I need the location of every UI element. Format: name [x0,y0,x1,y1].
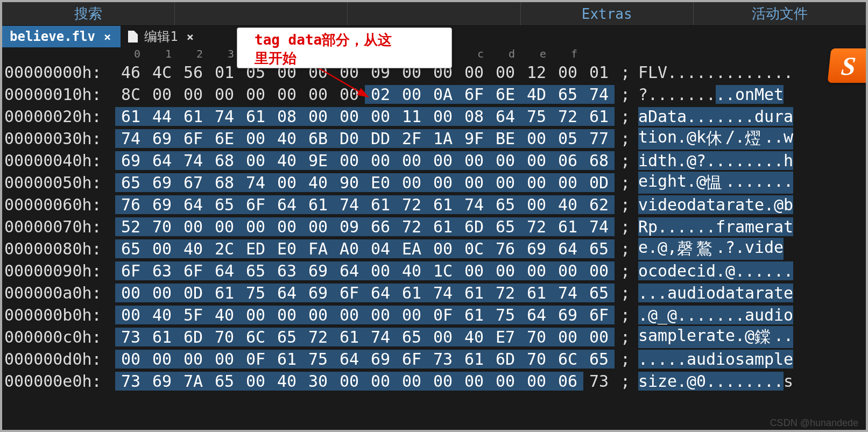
byte-cell[interactable]: E0 [271,239,302,258]
byte-cell[interactable]: 70 [209,328,240,346]
hex-bytes[interactable]: 6964746800409E000000000000000668 [110,151,615,170]
ascii-char[interactable]: t [677,172,687,194]
ascii-char[interactable]: h [667,151,677,170]
ascii-char[interactable]: . [745,107,754,126]
ascii-char[interactable]: . [667,350,677,369]
hex-bytes[interactable]: 00405F400000000000000F617564696F [110,306,615,324]
ascii-char[interactable]: a [667,284,677,302]
ascii-char[interactable]: . [735,326,745,348]
byte-cell[interactable]: 61 [458,284,490,302]
byte-cell[interactable]: 74 [178,151,209,170]
byte-cell[interactable]: 73 [427,350,458,369]
byte-cell[interactable]: 6C [240,328,271,346]
byte-cell[interactable]: 00 [427,151,458,170]
byte-cell[interactable]: 00 [458,63,490,82]
hex-bytes[interactable]: 6F636F646563696400401C0000000000 [110,261,615,280]
ascii-char[interactable]: s [784,372,793,391]
byte-cell[interactable]: 65 [209,195,240,214]
byte-cell[interactable]: 00 [302,306,334,324]
ascii-char[interactable]: a [745,306,754,324]
ascii-char[interactable]: a [677,107,687,126]
ascii-char[interactable]: e [667,372,677,391]
byte-cell[interactable]: 30 [302,372,334,391]
byte-cell[interactable]: 00 [521,173,552,192]
byte-cell[interactable]: 00 [427,372,458,391]
byte-cell[interactable]: 00 [271,306,302,324]
byte-cell[interactable]: 65 [583,350,615,369]
byte-cell[interactable]: D0 [334,129,365,148]
byte-cell[interactable]: 8C [115,85,146,104]
ascii-char[interactable]: u [696,350,706,369]
byte-cell[interactable]: 00 [365,306,396,324]
byte-cell[interactable]: 6F [583,306,615,324]
byte-cell[interactable]: 61 [521,284,552,302]
byte-cell[interactable]: 77 [583,129,615,148]
byte-cell[interactable]: 65 [583,284,615,302]
ascii-char[interactable]: d [706,350,716,369]
ascii-char[interactable]: / [725,128,735,150]
byte-cell[interactable]: 00 [427,328,458,346]
ascii-char[interactable]: . [687,63,696,82]
byte-cell[interactable]: 63 [271,261,302,280]
byte-cell[interactable]: 6E [490,85,521,104]
ascii-char[interactable]: k [696,128,706,150]
ascii-char[interactable]: . [754,63,764,82]
ascii-char[interactable]: l [774,350,784,369]
byte-cell[interactable]: 65 [490,195,521,214]
ascii-char[interactable]: a [658,107,667,126]
byte-cell[interactable]: 75 [521,107,552,126]
ascii-char[interactable]: v [638,195,648,214]
ascii-char[interactable]: . [696,85,706,104]
ascii-char[interactable]: M [754,85,764,104]
ascii-char[interactable]: . [735,238,745,260]
byte-cell[interactable]: 61 [178,107,209,126]
byte-cell[interactable]: 06 [552,151,583,170]
byte-cell[interactable]: 1C [427,261,458,280]
ascii-char[interactable]: . [745,63,754,82]
byte-cell[interactable]: 61 [365,195,396,214]
byte-cell[interactable]: 69 [521,239,552,258]
ascii-char[interactable]: e [754,195,764,214]
hex-bytes[interactable]: 000000000F617564696F73616D706C65 [110,350,615,369]
byte-cell[interactable]: 2C [209,239,240,258]
byte-cell[interactable]: 00 [427,173,458,192]
primary-tab-search[interactable]: 搜索 [2,2,175,25]
byte-cell[interactable]: 56 [178,63,209,82]
ascii-char[interactable]: . [725,151,735,170]
hex-bytes[interactable]: 8C0000000000000002000A6F6E4D6574 [110,85,615,104]
byte-cell[interactable]: 44 [146,107,178,126]
byte-cell[interactable]: 00 [334,306,365,324]
hex-row[interactable]: 00000030h:74696F6E00406BD0DD2F1A9FBE0005… [2,128,866,150]
ascii-char[interactable]: c [648,261,658,280]
byte-cell[interactable]: 65 [115,173,146,192]
ascii-char[interactable]: t [745,195,754,214]
byte-cell[interactable]: 6F [458,85,490,104]
byte-cell[interactable]: 00 [240,372,271,391]
hex-row[interactable]: 000000d0h:000000000F617564696F73616D706C… [2,348,866,370]
ascii-char[interactable]: m [745,217,754,236]
byte-cell[interactable]: 6E [209,129,240,148]
ascii-char[interactable]: t [667,107,677,126]
byte-cell[interactable]: 64 [334,350,365,369]
byte-cell[interactable]: 00 [521,261,552,280]
ascii-char[interactable]: p [764,350,774,369]
ascii-char[interactable]: u [754,306,764,324]
byte-cell[interactable]: 40 [458,328,490,346]
ascii-char[interactable]: . [716,261,725,280]
byte-cell[interactable]: 00 [271,85,302,104]
hex-row[interactable]: 000000b0h:00405F400000000000000F61756469… [2,304,866,326]
byte-cell[interactable]: 40 [302,173,334,192]
byte-cell[interactable]: 61 [146,328,178,346]
ascii-char[interactable]: . [774,63,784,82]
ascii-pane[interactable]: eight.@愠....... [636,172,866,194]
ascii-char[interactable]: . [716,151,725,170]
ascii-char[interactable]: . [658,85,667,104]
ascii-char[interactable]: t [784,217,793,236]
ascii-char[interactable]: . [706,151,716,170]
ascii-char[interactable]: . [648,85,658,104]
ascii-char[interactable]: z [658,372,667,391]
hex-bytes[interactable]: 73697A65004030000000000000000673 [110,372,615,391]
ascii-pane[interactable]: ?.........onMet [636,85,866,104]
ascii-char[interactable]: . [774,372,784,391]
hex-bytes[interactable]: 766964656F6461746172617465004062 [110,195,615,214]
